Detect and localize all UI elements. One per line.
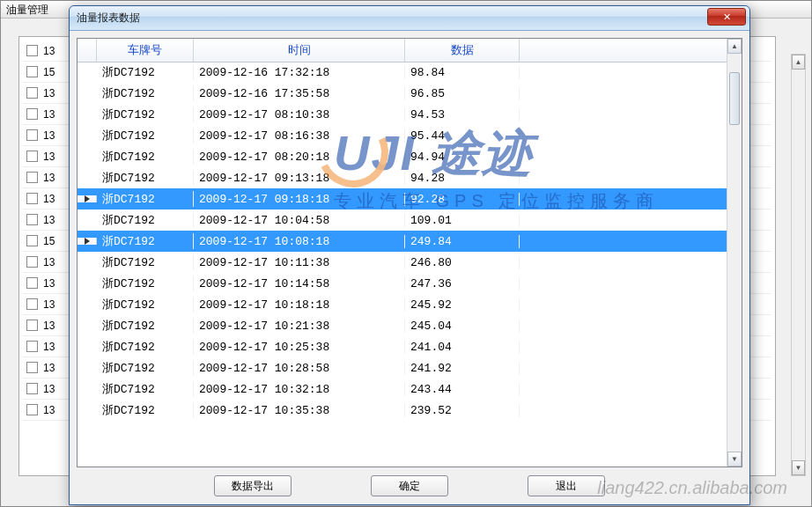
cell-plate: 浙DC7192 <box>97 360 194 376</box>
background-checkbox[interactable] <box>26 341 38 352</box>
table-row[interactable]: 浙DC71922009-12-17 10:04:58109.01 <box>78 209 727 231</box>
scroll-up-icon[interactable]: ▲ <box>727 39 742 54</box>
ok-button[interactable]: 确定 <box>371 475 448 496</box>
background-row-value: 13 <box>43 193 55 205</box>
table-row[interactable]: 浙DC71922009-12-17 10:32:18243.44 <box>78 378 727 400</box>
cell-data: 94.94 <box>405 151 520 164</box>
cell-plate: 浙DC7192 <box>97 107 194 122</box>
row-marker-icon <box>85 195 90 202</box>
cell-data: 245.92 <box>405 298 520 312</box>
background-row-value: 13 <box>43 172 55 184</box>
table-row[interactable]: 浙DC71922009-12-17 08:20:1894.94 <box>78 146 727 167</box>
background-row-value: 15 <box>43 235 55 247</box>
background-checkbox[interactable] <box>26 320 38 331</box>
cell-plate: 浙DC7192 <box>97 233 194 249</box>
cell-data: 98.84 <box>405 66 520 79</box>
cell-plate: 浙DC7192 <box>97 254 194 270</box>
scroll-up-icon[interactable]: ▲ <box>792 55 805 70</box>
col-header-data[interactable]: 数据 <box>405 39 520 62</box>
background-checkbox[interactable] <box>26 214 38 225</box>
background-checkbox[interactable] <box>26 298 38 310</box>
cell-plate: 浙DC7192 <box>97 276 194 291</box>
background-row-value: 13 <box>43 320 55 332</box>
background-checkbox[interactable] <box>26 45 38 56</box>
dialog-titlebar[interactable]: 油量报表数据 ✕ <box>70 6 749 31</box>
cell-data: 94.28 <box>405 172 520 185</box>
dialog-title: 油量报表数据 <box>77 11 140 26</box>
cell-data: 247.36 <box>405 277 520 290</box>
table-row[interactable]: 浙DC71922009-12-17 09:18:1892.28 <box>78 188 727 209</box>
cell-data: 241.04 <box>405 341 520 354</box>
background-checkbox[interactable] <box>26 108 38 120</box>
cell-time: 2009-12-17 09:18:18 <box>194 193 405 206</box>
background-checkbox[interactable] <box>26 87 38 99</box>
cell-data: 241.92 <box>405 362 520 375</box>
dialog-button-row: 数据导出 确定 退出 <box>77 467 742 497</box>
background-checkbox[interactable] <box>26 404 38 415</box>
cell-plate: 浙DC7192 <box>97 402 194 418</box>
background-row-value: 13 <box>43 277 55 290</box>
background-row-value: 13 <box>43 214 55 226</box>
background-checkbox[interactable] <box>26 256 38 268</box>
background-row-value: 13 <box>43 108 55 121</box>
cell-time: 2009-12-17 10:28:58 <box>194 362 405 375</box>
background-row-value: 13 <box>43 45 55 57</box>
cell-time: 2009-12-17 08:16:38 <box>194 129 405 143</box>
table-row[interactable]: 浙DC71922009-12-17 10:08:18249.84 <box>78 231 727 252</box>
close-button[interactable]: ✕ <box>707 8 746 26</box>
cell-data: 249.84 <box>405 235 520 248</box>
cell-time: 2009-12-16 17:32:18 <box>194 66 405 79</box>
background-row-value: 15 <box>43 66 55 78</box>
col-header-plate[interactable]: 车牌号 <box>97 39 194 62</box>
background-checkbox[interactable] <box>26 277 38 289</box>
row-marker-header <box>78 39 97 62</box>
background-row-value: 13 <box>43 383 55 395</box>
cell-plate: 浙DC7192 <box>97 212 194 228</box>
scroll-thumb[interactable] <box>729 72 740 125</box>
outer-window-title: 油量管理 <box>6 4 48 16</box>
cell-time: 2009-12-17 10:11:38 <box>194 256 405 269</box>
background-checkbox[interactable] <box>26 362 38 373</box>
background-checkbox[interactable] <box>26 66 38 77</box>
background-checkbox[interactable] <box>26 129 38 141</box>
cell-data: 239.52 <box>405 404 520 417</box>
col-header-time[interactable]: 时间 <box>194 39 405 62</box>
scroll-down-icon[interactable]: ▼ <box>727 452 742 467</box>
background-checkbox[interactable] <box>26 172 38 183</box>
table-row[interactable]: 浙DC71922009-12-17 08:16:3895.44 <box>78 125 727 146</box>
background-checkbox[interactable] <box>26 151 38 162</box>
cell-time: 2009-12-17 10:25:38 <box>194 341 405 354</box>
cell-plate: 浙DC7192 <box>97 149 194 165</box>
cell-data: 96.85 <box>405 87 520 100</box>
report-dialog: 油量报表数据 ✕ 车牌号 时间 数据 浙DC71922009-12-16 17:… <box>69 5 750 505</box>
background-checkbox[interactable] <box>26 383 38 394</box>
table-row[interactable]: 浙DC71922009-12-16 17:35:5896.85 <box>78 83 727 104</box>
background-row-value: 13 <box>43 129 55 142</box>
grid-scrollbar[interactable]: ▲ ▼ <box>727 39 742 467</box>
export-button[interactable]: 数据导出 <box>214 475 292 496</box>
background-checkbox[interactable] <box>26 193 38 204</box>
cell-plate: 浙DC7192 <box>97 297 194 312</box>
scroll-down-icon[interactable]: ▼ <box>792 460 805 475</box>
cell-data: 245.04 <box>405 320 520 333</box>
table-row[interactable]: 浙DC71922009-12-17 10:14:58247.36 <box>78 273 727 294</box>
table-row[interactable]: 浙DC71922009-12-17 10:21:38245.04 <box>78 315 727 336</box>
table-row[interactable]: 浙DC71922009-12-17 10:18:18245.92 <box>78 294 727 315</box>
table-row[interactable]: 浙DC71922009-12-17 08:10:3894.53 <box>78 104 727 125</box>
table-row[interactable]: 浙DC71922009-12-17 10:35:38239.52 <box>78 400 727 421</box>
table-row[interactable]: 浙DC71922009-12-17 10:25:38241.04 <box>78 336 727 357</box>
table-row[interactable]: 浙DC71922009-12-17 10:28:58241.92 <box>78 357 727 378</box>
cell-time: 2009-12-17 10:18:18 <box>194 298 405 312</box>
cell-time: 2009-12-17 10:32:18 <box>194 383 405 396</box>
row-marker <box>78 195 97 202</box>
table-row[interactable]: 浙DC71922009-12-17 09:13:1894.28 <box>78 167 727 188</box>
cell-plate: 浙DC7192 <box>97 318 194 334</box>
table-row[interactable]: 浙DC71922009-12-16 17:32:1898.84 <box>78 62 727 83</box>
data-grid: 车牌号 时间 数据 浙DC71922009-12-16 17:32:1898.8… <box>77 38 742 467</box>
table-row[interactable]: 浙DC71922009-12-17 10:11:38246.80 <box>78 252 727 273</box>
exit-button[interactable]: 退出 <box>528 475 605 496</box>
cell-plate: 浙DC7192 <box>97 191 194 207</box>
background-checkbox[interactable] <box>26 235 38 246</box>
background-scrollbar[interactable]: ▲ ▼ <box>791 54 806 476</box>
cell-time: 2009-12-17 10:21:38 <box>194 320 405 333</box>
